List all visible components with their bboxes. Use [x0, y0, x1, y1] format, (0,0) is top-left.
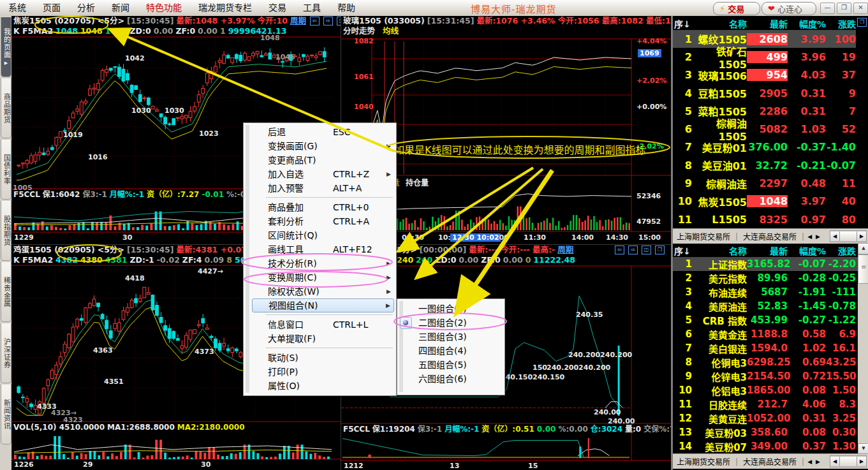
- quote-row[interactable]: 7 美豆粉01 376.00 -0.37 -1.40: [673, 138, 856, 156]
- column-sort[interactable]: 序↓: [673, 17, 693, 30]
- trade-button[interactable]: ⚡ 交易: [713, 2, 760, 15]
- menu-item[interactable]: [252, 346, 394, 351]
- menu-item[interactable]: [252, 195, 394, 200]
- sidebar-tab[interactable]: 股指期货: [1, 201, 11, 261]
- quote-row[interactable]: 8 伦铜电3 6298.25 0.69 43.25: [673, 355, 858, 369]
- menu-item[interactable]: 区间统计(Q): [252, 228, 394, 242]
- v-scrollbar[interactable]: ▲ ▼: [858, 243, 868, 453]
- tab-shfe[interactable]: 上海期货交易所: [673, 456, 734, 467]
- quote-row[interactable]: 2 铁矿石1505 499 3.96 19: [673, 48, 856, 66]
- menu-item[interactable]: 变换周期(C) ▶: [252, 270, 394, 284]
- quote-row[interactable]: 12 美黄豆连 1052.00 0.31 3.25: [673, 411, 858, 425]
- menu-item[interactable]: 画线工具 ALT+F12: [252, 242, 394, 256]
- menubar-item[interactable]: 帮助: [329, 0, 364, 16]
- column-sort[interactable]: 序↓: [673, 244, 693, 257]
- quote-row[interactable]: 3 布油连续 5687 -1.91 -111: [673, 285, 858, 299]
- sidebar-tab[interactable]: 我的页面: [1, 17, 11, 77]
- scroll-up-icon[interactable]: ▲: [858, 243, 868, 254]
- menubar-item[interactable]: 瑞龙期货专栏: [190, 0, 260, 16]
- sidebar-tab[interactable]: 稀贵金属: [1, 262, 11, 322]
- quote-row[interactable]: 3 玻璃1506 954 4.03 37: [673, 66, 856, 84]
- column-name[interactable]: 名称: [693, 244, 747, 257]
- quote-row[interactable]: 5 CRB 指数 453.99 -0.27 -1.22: [673, 313, 858, 327]
- quote-row[interactable]: 4 美原油连 52.83 -1.45 -0.78: [673, 299, 858, 313]
- column-chg[interactable]: 涨跌: [826, 244, 856, 257]
- scroll-thumb[interactable]: [839, 231, 857, 241]
- menu-item[interactable]: 套利分析 CTRL+A: [252, 214, 394, 228]
- submenu-item[interactable]: 三图组合(3): [406, 330, 503, 344]
- tab-shfe[interactable]: 上海期货交易所: [673, 231, 734, 242]
- scroll-thumb[interactable]: [839, 457, 857, 466]
- heart-link-button[interactable]: ❤ 心连心: [761, 2, 816, 15]
- quote-row[interactable]: 10 焦炭1505 1048 3.97 40: [673, 193, 856, 210]
- h-scrollbar[interactable]: ◀ ▶: [830, 230, 867, 242]
- scroll-left-icon[interactable]: ◀: [830, 231, 839, 241]
- menu-item[interactable]: [252, 312, 394, 318]
- menu-item[interactable]: 变换画面(G) ▶: [252, 139, 394, 153]
- tab-scroll-right-icon[interactable]: ▶: [814, 459, 822, 465]
- menu-item[interactable]: 后退 ESC: [252, 125, 394, 139]
- menu-item[interactable]: 联动(S): [252, 351, 394, 365]
- column-chg[interactable]: 涨跌: [826, 17, 856, 30]
- scroll-thumb[interactable]: [858, 254, 868, 284]
- menubar-item[interactable]: 交易: [260, 0, 295, 16]
- tab-scroll-left-icon[interactable]: ◀: [805, 459, 814, 465]
- quote-row[interactable]: 9 伦锌电3 2154.50 0.72 15.50: [673, 369, 858, 383]
- menu-item[interactable]: 打印(P): [252, 365, 394, 379]
- menu-item[interactable]: 大单提取(F): [252, 332, 394, 346]
- menu-item[interactable]: 除权状态(W) ▶: [252, 284, 394, 298]
- submenu-item[interactable]: 五图组合(5): [406, 358, 503, 372]
- quote-row[interactable]: 2 美元指数 89.96 -0.28 -0.25: [673, 271, 858, 285]
- column-name[interactable]: 名称: [693, 17, 747, 30]
- column-last[interactable]: 最新: [747, 17, 788, 30]
- panel-window-icon[interactable]: ❐: [857, 18, 867, 27]
- quote-row[interactable]: 9 棕榈油连 2297 0.48 11: [673, 174, 856, 192]
- quote-row[interactable]: 11 日胶连续 212.7 4.06 8.3: [673, 397, 858, 411]
- menu-item[interactable]: 技术分析(R) ▶: [252, 256, 394, 270]
- quote-row[interactable]: 6 美黄金连 1188.8 0.58 6.9: [673, 327, 858, 341]
- quote-row[interactable]: 1 上证指数 3165.82 -0.07 -2.20: [673, 257, 858, 271]
- menu-item[interactable]: 商品叠加 CTRL+0: [252, 200, 394, 214]
- menubar-item[interactable]: 分析: [69, 0, 103, 16]
- quote-row[interactable]: 13 美豆粉03 358.60 0.08 0.30: [673, 425, 858, 439]
- column-pct[interactable]: 幅度%: [788, 17, 826, 30]
- tab-dce[interactable]: 大连商品交易所: [739, 456, 800, 467]
- tab-dce[interactable]: 大连商品交易所: [739, 231, 800, 242]
- menu-item[interactable]: 信息窗口 CTRL+L: [252, 318, 394, 332]
- column-last[interactable]: 最新: [747, 244, 788, 257]
- submenu-item[interactable]: 六图组合(6): [406, 372, 503, 386]
- menubar-item[interactable]: 特色功能: [138, 0, 190, 16]
- scroll-right-icon[interactable]: ▶: [857, 457, 866, 466]
- submenu-item[interactable]: 二图组合(2): [406, 316, 503, 330]
- tab-scroll-left-icon[interactable]: ◀: [805, 233, 814, 240]
- scroll-left-icon[interactable]: ◀: [830, 457, 839, 466]
- sidebar-tab[interactable]: 商品期货: [1, 78, 11, 138]
- menu-item[interactable]: 加入自选 CTRL+Z ▶: [252, 167, 394, 181]
- quote-row[interactable]: 7 美白银连 1594.0 1.02 16.1: [673, 341, 858, 355]
- quote-row[interactable]: 4 豆粕1505 2905 0.31 9: [673, 84, 856, 102]
- menu-item[interactable]: 视图组合(N) ▶: [252, 298, 394, 312]
- sidebar-tab[interactable]: 新闻资讯: [1, 385, 11, 444]
- quote-row[interactable]: 14 美豆粉07 349.00 0.37 1.30: [673, 439, 858, 453]
- menubar-item[interactable]: 工具: [295, 0, 329, 16]
- submenu-item[interactable]: 一图组合(1): [406, 302, 503, 316]
- sidebar-tab[interactable]: 沪深证券: [1, 323, 11, 383]
- menu-item[interactable]: 属性(O): [252, 379, 394, 393]
- submenu-item[interactable]: 四图组合(4): [406, 344, 503, 358]
- quote-row[interactable]: 11 L1505 8325 0.97 80: [673, 210, 856, 228]
- minimize-button[interactable]: —: [820, 3, 835, 14]
- menu-item[interactable]: 变更商品(T): [252, 153, 394, 167]
- quote-row[interactable]: 8 美豆油01 32.72 -0.21 -0.07: [673, 156, 856, 174]
- menubar-item[interactable]: 新闻: [103, 0, 138, 16]
- sidebar-tab[interactable]: 国债利率: [1, 140, 11, 200]
- quote-row[interactable]: 6 棕榈油1505 5082 1.03 52: [673, 120, 856, 138]
- quote-row[interactable]: 10 伦铝电3 1865.00 0.08 1.50: [673, 383, 858, 397]
- h-scrollbar[interactable]: ◀ ▶: [830, 455, 867, 467]
- menubar-item[interactable]: 系统: [0, 0, 34, 16]
- scroll-right-icon[interactable]: ▶: [857, 231, 866, 241]
- column-pct[interactable]: 幅度%: [788, 244, 826, 257]
- close-button[interactable]: ✕: [853, 3, 868, 14]
- tab-scroll-right-icon[interactable]: ▶: [814, 233, 822, 240]
- menu-item[interactable]: 加入预警 ALT+A: [252, 181, 394, 195]
- menubar-item[interactable]: 页面: [34, 0, 69, 16]
